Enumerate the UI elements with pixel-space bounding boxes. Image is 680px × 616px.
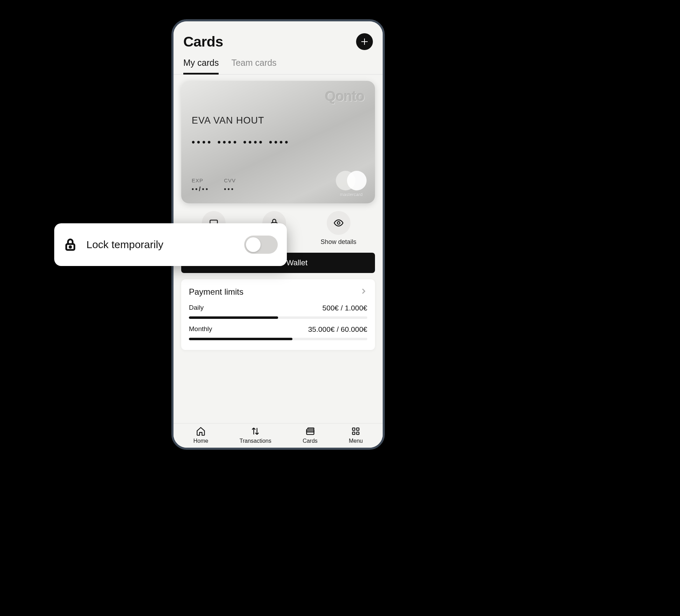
card-number-masked: •••• •••• •••• ••••: [192, 137, 290, 148]
card-network-label: mastercard: [336, 192, 367, 197]
eye-icon: [333, 218, 344, 228]
svg-rect-7: [308, 428, 314, 429]
mastercard-icon: [336, 171, 367, 191]
limit-monthly-label: Monthly: [189, 325, 212, 334]
limit-monthly: Monthly 35.000€ / 60.000€: [189, 325, 367, 340]
header: Cards: [173, 21, 383, 50]
page-title: Cards: [183, 34, 223, 50]
card-exp: EXP ••/••: [192, 177, 209, 193]
payment-limits-header: Payment limits: [189, 287, 367, 297]
add-card-button[interactable]: [356, 33, 373, 50]
cards-icon: [305, 426, 315, 436]
show-details-button[interactable]: Show details: [321, 211, 356, 246]
show-details-label: Show details: [321, 238, 356, 246]
tab-team-cards[interactable]: Team cards: [231, 58, 276, 75]
nav-menu-label: Menu: [349, 438, 363, 444]
credit-card[interactable]: Qonto EVA VAN HOUT •••• •••• •••• •••• E…: [181, 81, 375, 203]
nav-transactions-label: Transactions: [240, 438, 271, 444]
card-brand: Qonto: [325, 89, 364, 104]
svg-rect-10: [353, 432, 355, 434]
nav-menu[interactable]: Menu: [349, 426, 363, 444]
svg-point-13: [70, 246, 71, 248]
nav-home[interactable]: Home: [193, 426, 208, 444]
card-exp-value: ••/••: [192, 186, 209, 193]
limit-daily-label: Daily: [189, 304, 204, 312]
chevron-right-icon: [360, 287, 367, 296]
lock-temporarily-panel: Lock temporarily: [54, 223, 287, 266]
limit-daily-value: 500€ / 1.000€: [323, 304, 367, 312]
transfer-icon: [250, 426, 260, 436]
limit-daily: Daily 500€ / 1.000€: [189, 304, 367, 319]
limit-daily-bar: [189, 316, 367, 319]
plus-icon: [360, 37, 369, 46]
card-network: mastercard: [336, 171, 367, 197]
svg-rect-8: [353, 428, 355, 430]
card-holder-name: EVA VAN HOUT: [192, 115, 264, 126]
nav-cards[interactable]: Cards: [303, 426, 318, 444]
limit-monthly-value: 35.000€ / 60.000€: [308, 325, 367, 334]
card-cvv: CVV •••: [224, 177, 236, 193]
card-exp-label: EXP: [192, 177, 209, 183]
card-cvv-label: CVV: [224, 177, 236, 183]
card-meta: EXP ••/•• CVV •••: [192, 177, 236, 193]
lock-toggle-knob: [246, 237, 261, 252]
svg-point-2: [337, 222, 340, 224]
nav-transactions[interactable]: Transactions: [240, 426, 271, 444]
tabs: My cards Team cards: [173, 50, 383, 75]
lock-toggle[interactable]: [244, 236, 278, 254]
limit-daily-bar-fill: [189, 316, 278, 319]
svg-rect-9: [357, 428, 359, 430]
svg-rect-11: [357, 432, 359, 434]
lock-icon: [63, 238, 77, 252]
lock-temporarily-label: Lock temporarily: [86, 239, 235, 251]
limit-monthly-bar: [189, 338, 367, 340]
payment-limits-title: Payment limits: [189, 287, 243, 297]
home-icon: [196, 426, 206, 436]
payment-limits-card[interactable]: Payment limits Daily 500€ / 1.000€: [181, 279, 375, 350]
svg-rect-6: [306, 431, 314, 432]
menu-grid-icon: [351, 426, 361, 436]
nav-cards-label: Cards: [303, 438, 318, 444]
tab-my-cards[interactable]: My cards: [183, 58, 219, 75]
limit-monthly-bar-fill: [189, 338, 292, 340]
nav-home-label: Home: [193, 438, 208, 444]
card-cvv-value: •••: [224, 186, 236, 193]
bottom-nav: Home Transactions Cards Menu: [173, 423, 383, 448]
